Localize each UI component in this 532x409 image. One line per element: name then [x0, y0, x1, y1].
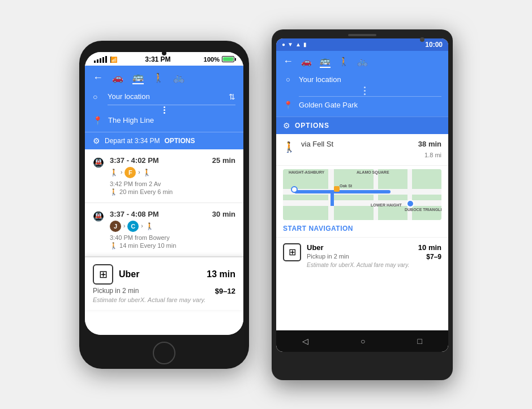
android-uber-title: Uber: [307, 243, 324, 252]
route-transit-icon-1: 🚇: [93, 156, 104, 168]
android-from-row: ○ Your location: [283, 72, 441, 87]
android-filter-icon: ⚙: [283, 121, 290, 130]
android-to-row: 📍 Golden Gate Park: [283, 98, 441, 112]
uber-card[interactable]: ⊞ Uber 13 min Pickup in 2 min $9–12 Esti…: [85, 257, 243, 310]
android-transport-car[interactable]: 🚗: [301, 57, 312, 67]
uber-title: Uber: [119, 269, 201, 279]
map-park-area: [283, 169, 441, 220]
iphone-device: 📶 3:31 PM 100% ← 🚗 🚌 🚶 🚲: [79, 41, 249, 369]
route-item-1[interactable]: 🚇 3:37 - 4:02 PM 25 min 🚶 › F › 🚶: [85, 149, 243, 203]
android-route-dots: [288, 87, 441, 95]
route-duration-1: 25 min: [212, 156, 235, 165]
android-transport-transit[interactable]: 🚌: [320, 55, 331, 68]
uber-pickup: Pickup in 2 min: [93, 287, 139, 295]
phones-container: 📶 3:31 PM 100% ← 🚗 🚌 🚶 🚲: [0, 18, 532, 391]
android-uber-icon: ⊞: [283, 243, 301, 261]
android-pin-icon: 📍: [283, 101, 293, 109]
android-recent-nav[interactable]: □: [418, 337, 422, 346]
android-status-icons: ● ▼ ▲ ▮: [282, 41, 307, 48]
android-uber-sub: Pickup in 2 min $7–9: [307, 253, 441, 261]
iphone-location-from: Your location: [108, 92, 223, 101]
signal-strength-icon: ▼: [288, 41, 293, 48]
android-walking-route[interactable]: 🚶 via Fell St 38 min 1.8 mi: [276, 134, 448, 166]
transport-transit-icon[interactable]: 🚌: [132, 71, 144, 84]
iphone-battery: 100%: [204, 56, 234, 63]
map-label-lower-haight: LOWER HAIGHT: [371, 203, 402, 207]
line-c-badge: C: [127, 221, 139, 232]
android-transport-bar: ← 🚗 🚌 🚶 🚲: [283, 55, 441, 68]
map-label-oak: Oak St: [340, 184, 352, 188]
transport-car-icon[interactable]: 🚗: [112, 72, 123, 83]
android-home-nav[interactable]: ○: [361, 337, 365, 346]
android-transport-walk[interactable]: 🚶: [338, 57, 349, 67]
android-transport-bike[interactable]: 🚲: [357, 57, 368, 67]
route-details-1: 3:37 - 4:02 PM 25 min 🚶 › F › 🚶 3:42 PM …: [110, 156, 235, 196]
android-walk-icon: 🚶: [283, 140, 295, 160]
android-back-nav[interactable]: ◁: [302, 337, 308, 346]
android-device: ● ▼ ▲ ▮ 10:00 ← 🚗 🚌 🚶 🚲: [272, 29, 453, 380]
android-location-section: ○ Your location 📍 Golden Gate Park: [283, 72, 441, 112]
android-speaker: [348, 34, 376, 36]
line-f-badge: F: [125, 167, 136, 178]
start-navigation-button[interactable]: START NAVIGATION: [276, 220, 448, 237]
location-circle-icon: ○: [93, 92, 102, 101]
destination-pin-icon: 📍: [93, 116, 102, 125]
android-uber-row[interactable]: ⊞ Uber 10 min Pickup in 2 min $7–9 Estim…: [276, 237, 448, 274]
iphone-home-button[interactable]: [153, 342, 175, 364]
route-item-2[interactable]: 🚇 3:37 - 4:08 PM 30 min J › C › 🚶: [85, 203, 243, 257]
android-options-label[interactable]: OPTIONS: [295, 122, 329, 130]
android-circle-icon: ○: [283, 75, 293, 84]
android-route-content: 🚶 via Fell St 38 min 1.8 mi: [276, 134, 448, 330]
android-route-details: via Fell St 38 min 1.8 mi: [301, 140, 441, 160]
uber-duration: 13 min: [207, 269, 235, 279]
uber-price: $9–12: [215, 287, 235, 295]
location-section: ○ Your location ⇅ 📍 The High Line: [93, 90, 235, 127]
signal-icon: 📶: [94, 56, 112, 63]
options-bar: ⚙ Depart at 3:34 PM OPTIONS: [85, 132, 243, 149]
map-route-horizontal: [294, 190, 391, 193]
transport-bike-icon[interactable]: 🚲: [173, 72, 185, 83]
map-start-pin: [291, 186, 298, 193]
depart-text: Depart at 3:34 PM: [105, 137, 160, 145]
android-to-text: Golden Gate Park: [299, 101, 441, 109]
android-uber-duration: 10 min: [418, 243, 441, 252]
uber-sub-row: Pickup in 2 min $9–12: [93, 287, 235, 295]
route-list: 🚇 3:37 - 4:02 PM 25 min 🚶 › F › 🚶: [85, 149, 243, 335]
map-label-alamo: ALAMO SQUARE: [357, 170, 389, 174]
walk-icon: 🚶: [110, 169, 118, 176]
route-transit-icon-2: 🚇: [93, 210, 104, 222]
swap-icon[interactable]: ⇅: [229, 92, 235, 101]
map-background: HAIGHT-ASHBURY ALAMO SQUARE Oak St LOWER…: [283, 169, 441, 220]
iphone-screen: 📶 3:31 PM 100% ← 🚗 🚌 🚶 🚲: [85, 52, 243, 335]
location-divider: [108, 105, 235, 105]
walk-icon-3: 🚶: [145, 222, 154, 230]
map-street-v3: [407, 169, 412, 220]
map-orange-marker: [334, 186, 340, 192]
android-route-top: via Fell St 38 min: [301, 140, 441, 148]
transport-walk-icon[interactable]: 🚶: [153, 72, 164, 83]
android-uber-details: Uber 10 min Pickup in 2 min $7–9 Estimat…: [307, 243, 441, 268]
android-uber-pickup: Pickup in 2 min: [307, 253, 349, 261]
android-uber-top: Uber 10 min: [307, 243, 441, 252]
route-duration-2: 30 min: [212, 210, 235, 218]
map-route-vertical: [331, 190, 334, 206]
android-route-distance: 1.8 mi: [301, 149, 441, 160]
route-times-2: 3:37 - 4:08 PM: [110, 210, 159, 218]
options-button[interactable]: OPTIONS: [164, 137, 195, 145]
location-from-row: ○ Your location ⇅: [93, 90, 235, 104]
iphone-camera: [162, 51, 166, 55]
map-thumbnail[interactable]: HAIGHT-ASHBURY ALAMO SQUARE Oak St LOWER…: [283, 169, 441, 220]
uber-icon: ⊞: [93, 264, 113, 285]
line-j-badge: J: [110, 221, 121, 232]
android-camera: [420, 37, 424, 42]
map-label-duboce: DUBOCE TRIANGLE: [405, 208, 441, 212]
android-route-duration: 38 min: [418, 140, 441, 148]
android-back-button[interactable]: ←: [283, 55, 293, 67]
iphone-location-to: The High Line: [108, 116, 235, 124]
map-street-2: [283, 200, 441, 206]
back-button[interactable]: ←: [93, 72, 103, 84]
route-sub-1b: 🚶 20 min Every 6 min: [110, 188, 235, 196]
android-options-bar: ⚙ OPTIONS: [276, 117, 448, 134]
map-label-haight-ashbury: HAIGHT-ASHBURY: [289, 170, 324, 174]
route-time-row-2: 3:37 - 4:08 PM 30 min: [110, 210, 235, 218]
